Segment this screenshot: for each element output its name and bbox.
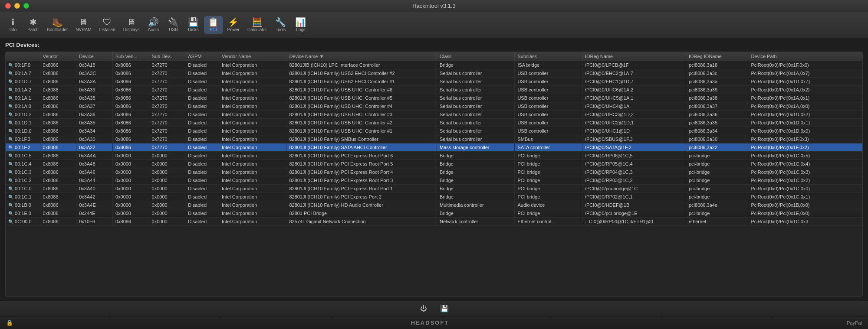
table-row[interactable]: 🔍 00:1C.20x80860x3A440x00000x0000Disable… <box>6 176 862 185</box>
table-row[interactable]: 🔍 00:1C.00x80860x3A400x00000x0000Disable… <box>6 185 862 193</box>
table-cell: PCI bridge <box>515 152 582 160</box>
table-cell: 🔍 00:1D.7 <box>6 78 40 86</box>
table-cell: 0x0000 <box>112 193 149 201</box>
table-cell: Bridge <box>437 209 515 218</box>
toolbar-info[interactable]: ℹ Info <box>3 16 23 34</box>
table-body: 🔍 00:1F.00x80860x3A180x80860x7270Disable… <box>6 61 862 226</box>
table-cell: Disabled <box>185 218 219 226</box>
table-row[interactable]: 🔍 00:1D.70x80860x3A3A0x80860x7270Disable… <box>6 78 862 86</box>
table-row[interactable]: 🔍 00:1A.10x80860x3A380x80860x7270Disable… <box>6 94 862 102</box>
table-cell: Disabled <box>185 135 219 143</box>
table-cell: 0x8086 <box>112 78 149 86</box>
table-row[interactable]: 🔍 00:1A.20x80860x3A390x80860x7270Disable… <box>6 86 862 94</box>
table-cell: 0x8086 <box>40 168 76 176</box>
maximize-button[interactable] <box>23 3 29 9</box>
table-cell: 82801JI (ICH10 Family) USB UHCI Controll… <box>286 102 437 111</box>
table-cell: /PCI0@0/UHC3@1D,2 <box>582 111 686 119</box>
table-row[interactable]: 🔍 00:1D.20x80860x3A360x80860x7270Disable… <box>6 111 862 119</box>
toolbar-usb[interactable]: 🔌 USB <box>164 16 183 34</box>
table-cell: 0x8086 <box>40 176 76 185</box>
toolbar-disks[interactable]: 💾 Disks <box>184 16 203 34</box>
toolbar-audio[interactable]: 🔊 Audio <box>144 16 163 34</box>
table-row[interactable]: 🔍 00:1C.10x80860x3A420x00000x0000Disable… <box>6 193 862 201</box>
usb-icon: 🔌 <box>168 18 179 26</box>
toolbar-displays[interactable]: 🖥 Displays <box>120 16 143 34</box>
table-cell: /PCI0@0/SBUS@1F,3 <box>582 135 686 143</box>
table-cell: 0x7270 <box>149 119 185 127</box>
table-row[interactable]: 🔍 00:1D.00x80860x3A340x80860x7270Disable… <box>6 127 862 135</box>
toolbar-bootloader[interactable]: 🥾 Bootloader <box>43 16 71 34</box>
pci-table: Vendor Device Sub Ven... Sub Dev... ASPM… <box>6 52 862 226</box>
table-cell: pci8086,3a36 <box>686 111 748 119</box>
table-row[interactable]: 🔍 00:1C.40x80860x3A480x00000x0000Disable… <box>6 160 862 168</box>
nvram-icon: 🖥 <box>79 18 88 26</box>
table-cell: 82801JI (ICH10 Family) PCI Express Root … <box>286 160 437 168</box>
table-cell: 0x8086 <box>40 135 76 143</box>
toolbar-nvram[interactable]: 🖥 NVRAM <box>72 16 95 34</box>
table-cell: Intel Corporation <box>219 135 286 143</box>
toolbar-logs[interactable]: 📊 Logs <box>291 16 310 34</box>
table-row[interactable]: 🔍 00:1A.00x80860x3A370x80860x7270Disable… <box>6 102 862 111</box>
th-ioregion[interactable]: IOReg IOName <box>686 52 748 61</box>
table-cell: Disabled <box>185 111 219 119</box>
th-vendorname[interactable]: Vendor Name <box>219 52 286 61</box>
table-cell: PCI bridge <box>515 168 582 176</box>
table-row[interactable]: 🔍 00:1D.10x80860x3A350x80860x7270Disable… <box>6 119 862 127</box>
pci-table-container[interactable]: Vendor Device Sub Ven... Sub Dev... ASPM… <box>5 52 863 296</box>
table-cell: /PCI0@0/RP02@1C,1 <box>582 193 686 201</box>
table-row[interactable]: 🔍 0C:00.00x80860x10F60x80860x0000Disable… <box>6 218 862 226</box>
th-subdev[interactable]: Sub Dev... <box>149 52 185 61</box>
table-row[interactable]: 🔍 00:1F.30x80860x3A300x80860x7270Disable… <box>6 135 862 143</box>
table-cell: 0x8086 <box>40 160 76 168</box>
toolbar-calculator[interactable]: 🧮 Calculator <box>244 16 270 34</box>
th-subclass[interactable]: Subclass <box>515 52 582 61</box>
close-button[interactable] <box>5 3 11 9</box>
export-button[interactable]: ⏻ <box>418 303 430 315</box>
table-cell: 0x3A30 <box>76 135 113 143</box>
toolbar-tools[interactable]: 🔧 Tools <box>271 16 290 34</box>
table-row[interactable]: 🔍 00:1B.00x80860x3A4E0x00000x0000Disable… <box>6 201 862 209</box>
table-cell: 0x8086 <box>112 135 149 143</box>
table-cell: PciRoot(0x0)/Pci(0x1D,0x2) <box>748 111 862 119</box>
th-device[interactable]: Device <box>76 52 113 61</box>
th-ioreg[interactable]: IOReg Name <box>582 52 686 61</box>
th-subven[interactable]: Sub Ven... <box>112 52 149 61</box>
table-cell: Bridge <box>437 185 515 193</box>
table-cell: Disabled <box>185 193 219 201</box>
table-row[interactable]: 🔍 00:1C.30x80860x3A460x00000x0000Disable… <box>6 168 862 176</box>
minimize-button[interactable] <box>14 3 20 9</box>
table-row[interactable]: 🔍 00:1F.20x80860x3A220x80860x7270Disable… <box>6 143 862 152</box>
table-cell: /PCI0@0/LPCB@1F <box>582 61 686 69</box>
th-class[interactable]: Class <box>437 52 515 61</box>
table-cell: 0x3A38 <box>76 94 113 102</box>
th-vendor[interactable]: Vendor <box>40 52 76 61</box>
table-row[interactable]: 🔍 00:1E.00x80860x244E0x00000x0000Disable… <box>6 209 862 218</box>
table-cell: 🔍 00:1A.0 <box>6 102 40 111</box>
table-row[interactable]: 🔍 00:1C.50x80860x3A4A0x00000x0000Disable… <box>6 152 862 160</box>
table-cell: 0x8086 <box>40 61 76 69</box>
table-cell: 0x8086 <box>40 193 76 201</box>
table-row[interactable]: 🔍 00:1A.70x80860x3A3C0x80860x7270Disable… <box>6 69 862 78</box>
table-cell: 0x8086 <box>40 102 76 111</box>
table-cell: Disabled <box>185 143 219 152</box>
table-cell: 0x8086 <box>112 61 149 69</box>
toolbar-installed[interactable]: 🛡 Installed <box>96 16 119 34</box>
toolbar-patch[interactable]: ✱ Patch <box>23 16 43 34</box>
th-devpath[interactable]: Device Path <box>748 52 862 61</box>
table-cell: 🔍 00:1C.4 <box>6 160 40 168</box>
table-cell: Intel Corporation <box>219 209 286 218</box>
th-aspm[interactable]: ASPM <box>185 52 219 61</box>
toolbar-power[interactable]: ⚡ Power <box>224 16 243 34</box>
th-devicename[interactable]: Device Name ▼ <box>286 52 437 61</box>
table-row[interactable]: 🔍 00:1F.00x80860x3A180x80860x7270Disable… <box>6 61 862 69</box>
table-cell: PciRoot(0x0)/Pci(0x1C,0x5) <box>748 152 862 160</box>
th-debug[interactable] <box>6 52 40 61</box>
table-cell: pci8086,3a3c <box>686 69 748 78</box>
save-button[interactable]: 💾 <box>438 303 450 315</box>
table-cell: /PCI0@0/RP06@1C,5 <box>582 152 686 160</box>
table-cell: /PCI0@0/UHC5@1A,1 <box>582 94 686 102</box>
table-cell: PciRoot(0x0)/Pci(0x1C,0x4) <box>748 160 862 168</box>
table-cell: 82801JI (ICH10 Family) PCI Express Root … <box>286 185 437 193</box>
toolbar-pci[interactable]: 📋 PCI <box>204 16 223 34</box>
installed-icon: 🛡 <box>103 18 112 26</box>
